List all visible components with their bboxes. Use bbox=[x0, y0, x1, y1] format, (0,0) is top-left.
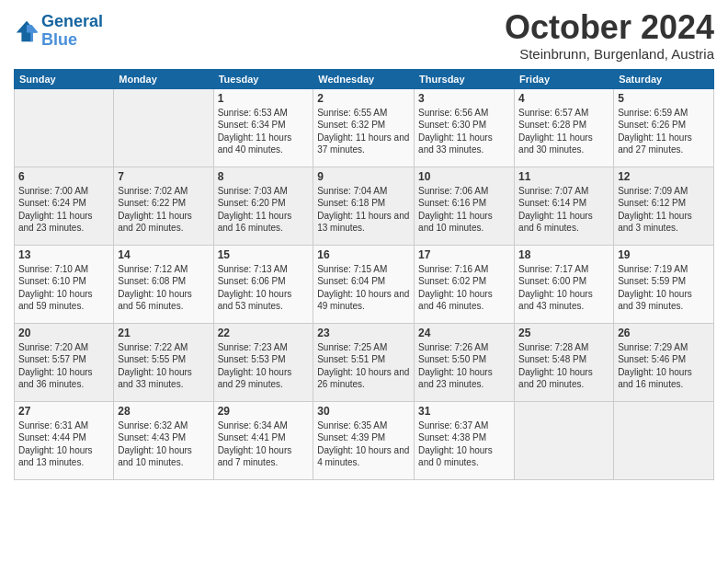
logo-icon bbox=[14, 18, 40, 44]
calendar-cell: 22Sunrise: 7:23 AMSunset: 5:53 PMDayligh… bbox=[213, 323, 313, 401]
calendar-cell: 4Sunrise: 6:57 AMSunset: 6:28 PMDaylight… bbox=[515, 88, 614, 167]
calendar-cell bbox=[15, 88, 114, 167]
day-info: Sunrise: 7:17 AMSunset: 6:00 PMDaylight:… bbox=[518, 263, 609, 313]
month-title: October 2024 bbox=[505, 9, 714, 46]
day-info: Sunrise: 6:57 AMSunset: 6:28 PMDaylight:… bbox=[518, 107, 609, 156]
day-info: Sunrise: 7:13 AMSunset: 6:06 PMDaylight:… bbox=[218, 263, 310, 313]
day-info: Sunrise: 6:53 AMSunset: 6:34 PMDaylight:… bbox=[218, 107, 310, 156]
calendar-cell: 1Sunrise: 6:53 AMSunset: 6:34 PMDaylight… bbox=[213, 88, 313, 167]
day-info: Sunrise: 7:15 AMSunset: 6:04 PMDaylight:… bbox=[317, 263, 410, 313]
calendar-cell: 21Sunrise: 7:22 AMSunset: 5:55 PMDayligh… bbox=[114, 323, 213, 401]
calendar-header-row: Sunday Monday Tuesday Wednesday Thursday… bbox=[15, 69, 714, 88]
day-number: 23 bbox=[317, 327, 410, 339]
calendar-cell: 16Sunrise: 7:15 AMSunset: 6:04 PMDayligh… bbox=[313, 245, 415, 323]
col-wednesday: Wednesday bbox=[313, 69, 415, 88]
day-info: Sunrise: 7:29 AMSunset: 5:46 PMDaylight:… bbox=[618, 341, 710, 391]
col-friday: Friday bbox=[515, 69, 614, 88]
calendar-cell: 20Sunrise: 7:20 AMSunset: 5:57 PMDayligh… bbox=[15, 323, 114, 401]
calendar-cell: 2Sunrise: 6:55 AMSunset: 6:32 PMDaylight… bbox=[313, 88, 415, 167]
col-monday: Monday bbox=[114, 69, 213, 88]
day-number: 2 bbox=[317, 92, 410, 105]
header: GeneralBlue October 2024 Steinbrunn, Bur… bbox=[14, 9, 714, 62]
col-saturday: Saturday bbox=[614, 69, 714, 88]
location-title: Steinbrunn, Burgenland, Austria bbox=[505, 46, 714, 62]
day-info: Sunrise: 6:32 AMSunset: 4:43 PMDaylight:… bbox=[118, 419, 209, 469]
calendar-cell bbox=[114, 88, 213, 167]
day-info: Sunrise: 6:31 AMSunset: 4:44 PMDaylight:… bbox=[18, 419, 109, 469]
page: GeneralBlue October 2024 Steinbrunn, Bur… bbox=[0, 0, 728, 563]
day-info: Sunrise: 7:19 AMSunset: 5:59 PMDaylight:… bbox=[618, 263, 710, 313]
day-number: 12 bbox=[618, 170, 710, 183]
calendar-week-row-5: 27Sunrise: 6:31 AMSunset: 4:44 PMDayligh… bbox=[15, 401, 714, 479]
calendar-cell: 5Sunrise: 6:59 AMSunset: 6:26 PMDaylight… bbox=[614, 88, 714, 167]
day-info: Sunrise: 7:12 AMSunset: 6:08 PMDaylight:… bbox=[118, 263, 209, 313]
calendar-cell: 28Sunrise: 6:32 AMSunset: 4:43 PMDayligh… bbox=[114, 401, 213, 479]
day-info: Sunrise: 7:00 AMSunset: 6:24 PMDaylight:… bbox=[18, 185, 109, 235]
calendar-cell: 13Sunrise: 7:10 AMSunset: 6:10 PMDayligh… bbox=[15, 245, 114, 323]
day-info: Sunrise: 6:37 AMSunset: 4:38 PMDaylight:… bbox=[418, 419, 510, 469]
day-number: 16 bbox=[317, 248, 410, 261]
calendar-week-row-1: 1Sunrise: 6:53 AMSunset: 6:34 PMDaylight… bbox=[15, 88, 714, 167]
day-number: 28 bbox=[118, 405, 209, 418]
day-info: Sunrise: 7:06 AMSunset: 6:16 PMDaylight:… bbox=[418, 185, 510, 235]
calendar-cell: 26Sunrise: 7:29 AMSunset: 5:46 PMDayligh… bbox=[614, 323, 714, 401]
day-number: 15 bbox=[218, 248, 310, 261]
day-number: 9 bbox=[317, 170, 410, 183]
day-number: 5 bbox=[618, 92, 710, 105]
day-info: Sunrise: 7:03 AMSunset: 6:20 PMDaylight:… bbox=[218, 185, 310, 235]
day-number: 26 bbox=[618, 327, 710, 339]
calendar-cell: 12Sunrise: 7:09 AMSunset: 6:12 PMDayligh… bbox=[614, 167, 714, 245]
calendar-cell: 19Sunrise: 7:19 AMSunset: 5:59 PMDayligh… bbox=[614, 245, 714, 323]
calendar-cell: 8Sunrise: 7:03 AMSunset: 6:20 PMDaylight… bbox=[213, 167, 313, 245]
calendar-cell: 30Sunrise: 6:35 AMSunset: 4:39 PMDayligh… bbox=[313, 401, 415, 479]
day-number: 8 bbox=[218, 170, 310, 183]
calendar-cell: 10Sunrise: 7:06 AMSunset: 6:16 PMDayligh… bbox=[415, 167, 515, 245]
day-info: Sunrise: 6:56 AMSunset: 6:30 PMDaylight:… bbox=[418, 107, 510, 156]
day-number: 31 bbox=[418, 405, 510, 418]
calendar-week-row-4: 20Sunrise: 7:20 AMSunset: 5:57 PMDayligh… bbox=[15, 323, 714, 401]
day-info: Sunrise: 7:22 AMSunset: 5:55 PMDaylight:… bbox=[118, 341, 209, 391]
day-number: 25 bbox=[518, 327, 609, 339]
calendar-cell: 17Sunrise: 7:16 AMSunset: 6:02 PMDayligh… bbox=[415, 245, 515, 323]
day-info: Sunrise: 7:25 AMSunset: 5:51 PMDaylight:… bbox=[317, 341, 410, 391]
day-number: 13 bbox=[18, 248, 109, 261]
day-number: 14 bbox=[118, 248, 209, 261]
day-number: 22 bbox=[218, 327, 310, 339]
day-number: 20 bbox=[18, 327, 109, 339]
day-info: Sunrise: 6:35 AMSunset: 4:39 PMDaylight:… bbox=[317, 419, 410, 469]
calendar-cell bbox=[515, 401, 614, 479]
calendar-cell: 27Sunrise: 6:31 AMSunset: 4:44 PMDayligh… bbox=[15, 401, 114, 479]
calendar-cell: 29Sunrise: 6:34 AMSunset: 4:41 PMDayligh… bbox=[213, 401, 313, 479]
day-number: 17 bbox=[418, 248, 510, 261]
day-number: 21 bbox=[118, 327, 209, 339]
calendar-cell: 7Sunrise: 7:02 AMSunset: 6:22 PMDaylight… bbox=[114, 167, 213, 245]
day-info: Sunrise: 6:34 AMSunset: 4:41 PMDaylight:… bbox=[218, 419, 310, 469]
day-info: Sunrise: 7:16 AMSunset: 6:02 PMDaylight:… bbox=[418, 263, 510, 313]
col-sunday: Sunday bbox=[15, 69, 114, 88]
day-info: Sunrise: 7:28 AMSunset: 5:48 PMDaylight:… bbox=[518, 341, 609, 391]
day-number: 29 bbox=[218, 405, 310, 418]
calendar-cell: 11Sunrise: 7:07 AMSunset: 6:14 PMDayligh… bbox=[515, 167, 614, 245]
day-info: Sunrise: 7:26 AMSunset: 5:50 PMDaylight:… bbox=[418, 341, 510, 391]
day-info: Sunrise: 7:07 AMSunset: 6:14 PMDaylight:… bbox=[518, 185, 609, 235]
title-block: October 2024 Steinbrunn, Burgenland, Aus… bbox=[505, 9, 714, 62]
calendar-cell: 9Sunrise: 7:04 AMSunset: 6:18 PMDaylight… bbox=[313, 167, 415, 245]
day-number: 7 bbox=[118, 170, 209, 183]
day-number: 10 bbox=[418, 170, 510, 183]
day-info: Sunrise: 7:20 AMSunset: 5:57 PMDaylight:… bbox=[18, 341, 109, 391]
day-info: Sunrise: 6:55 AMSunset: 6:32 PMDaylight:… bbox=[317, 107, 410, 156]
day-number: 24 bbox=[418, 327, 510, 339]
calendar-week-row-3: 13Sunrise: 7:10 AMSunset: 6:10 PMDayligh… bbox=[15, 245, 714, 323]
day-number: 4 bbox=[518, 92, 609, 105]
day-number: 3 bbox=[418, 92, 510, 105]
day-number: 1 bbox=[218, 92, 310, 105]
day-number: 30 bbox=[317, 405, 410, 418]
calendar-cell bbox=[614, 401, 714, 479]
calendar-cell: 25Sunrise: 7:28 AMSunset: 5:48 PMDayligh… bbox=[515, 323, 614, 401]
calendar-cell: 31Sunrise: 6:37 AMSunset: 4:38 PMDayligh… bbox=[415, 401, 515, 479]
calendar-week-row-2: 6Sunrise: 7:00 AMSunset: 6:24 PMDaylight… bbox=[15, 167, 714, 245]
calendar-cell: 18Sunrise: 7:17 AMSunset: 6:00 PMDayligh… bbox=[515, 245, 614, 323]
day-info: Sunrise: 7:09 AMSunset: 6:12 PMDaylight:… bbox=[618, 185, 710, 235]
day-info: Sunrise: 7:02 AMSunset: 6:22 PMDaylight:… bbox=[118, 185, 209, 235]
logo: GeneralBlue bbox=[14, 13, 103, 50]
